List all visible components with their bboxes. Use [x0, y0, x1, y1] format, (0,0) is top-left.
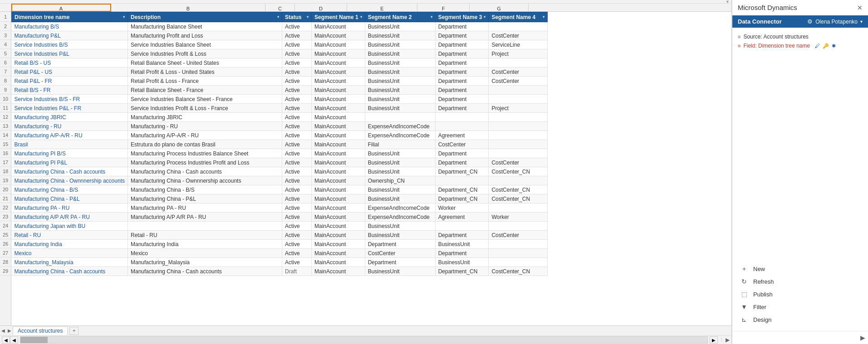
- cell-22-1[interactable]: Manufacturing PA - RU: [12, 203, 128, 213]
- col-header-segment-1[interactable]: Segment Name 1 ▾: [311, 12, 365, 22]
- cell-9-2[interactable]: Retail Balance Sheet - France: [128, 86, 282, 95]
- cell-27-1[interactable]: Mexico: [12, 249, 128, 258]
- cell-19-3[interactable]: Active: [282, 176, 311, 185]
- filter-arrow-D[interactable]: ▾: [360, 15, 362, 19]
- cell-28-5[interactable]: Department: [365, 258, 435, 267]
- cell-13-7[interactable]: [489, 122, 548, 131]
- table-row[interactable]: Manufacturing China - P&LManufacturing C…: [12, 194, 548, 203]
- cell-10-4[interactable]: MainAccount: [311, 95, 365, 104]
- cell-28-6[interactable]: BusinessUnit: [435, 258, 489, 267]
- cell-3-5[interactable]: BusinessUnit: [365, 31, 435, 40]
- cell-19-6[interactable]: [435, 176, 489, 185]
- field-asterisk-btn[interactable]: ✱: [831, 43, 836, 49]
- cell-13-5[interactable]: ExpenseAndIncomeCode: [365, 122, 435, 131]
- cell-9-4[interactable]: MainAccount: [311, 86, 365, 95]
- cell-15-6[interactable]: CostCenter: [435, 140, 489, 149]
- cell-19-4[interactable]: MainAccount: [311, 176, 365, 185]
- cell-21-1[interactable]: Manufacturing China - P&L: [12, 194, 128, 203]
- cell-17-6[interactable]: Department: [435, 158, 489, 167]
- table-row[interactable]: Manufacturing PI B/SManufacturing Proces…: [12, 149, 548, 158]
- cell-8-3[interactable]: Active: [282, 77, 311, 86]
- cell-23-7[interactable]: Worker: [489, 213, 548, 222]
- cell-22-4[interactable]: MainAccount: [311, 203, 365, 213]
- cell-18-3[interactable]: Active: [282, 167, 311, 176]
- cell-11-6[interactable]: Department: [435, 104, 489, 113]
- cell-23-5[interactable]: ExpenseAndIncomeCode: [365, 213, 435, 222]
- table-row[interactable]: Manufacturing A/P-A/R - RUManufacturing …: [12, 131, 548, 140]
- table-row[interactable]: Retail P&L - FRRetail Profit & Loss - Fr…: [12, 77, 548, 86]
- add-sheet-button[interactable]: +: [69, 327, 78, 335]
- cell-7-3[interactable]: Active: [282, 68, 311, 77]
- cell-14-1[interactable]: Manufacturing A/P-A/R - RU: [12, 131, 128, 140]
- cell-22-5[interactable]: ExpenseAndIncomeCode: [365, 203, 435, 213]
- col-header-F[interactable]: F: [417, 4, 470, 12]
- cell-19-7[interactable]: [489, 176, 548, 185]
- cell-14-7[interactable]: [489, 131, 548, 140]
- cell-23-3[interactable]: Active: [282, 213, 311, 222]
- filter-arrow-F[interactable]: ▾: [484, 15, 485, 19]
- panel-expand-right-btn[interactable]: ▶: [726, 337, 730, 343]
- cell-11-3[interactable]: Active: [282, 104, 311, 113]
- cell-2-3[interactable]: Active: [282, 22, 311, 31]
- cell-2-5[interactable]: BusinessUnit: [365, 22, 435, 31]
- cell-18-4[interactable]: MainAccount: [311, 167, 365, 176]
- cell-14-6[interactable]: Agreement: [435, 131, 489, 140]
- cell-8-2[interactable]: Retail Profit & Loss - France: [128, 77, 282, 86]
- cell-29-7[interactable]: CostCenter_CN: [489, 267, 548, 276]
- table-row[interactable]: Manufacturing JBRICManufacturing JBRICAc…: [12, 113, 548, 122]
- cell-6-1[interactable]: Retail B/S - US: [12, 58, 128, 68]
- cell-25-1[interactable]: Retail - RU: [12, 231, 128, 240]
- cell-3-3[interactable]: Active: [282, 31, 311, 40]
- cell-20-5[interactable]: BusinessUnit: [365, 185, 435, 194]
- cell-26-5[interactable]: Department: [365, 240, 435, 249]
- h-scrollbar[interactable]: [20, 336, 708, 344]
- table-row[interactable]: Manufacturing B/SManufacturing Balance S…: [12, 22, 548, 31]
- cell-24-3[interactable]: Active: [282, 222, 311, 231]
- cell-18-2[interactable]: Manufacturing China - Cash accounts: [128, 167, 282, 176]
- filter-arrow-B[interactable]: ▾: [277, 15, 279, 19]
- cell-20-6[interactable]: Department_CN: [435, 185, 489, 194]
- cell-21-2[interactable]: Manufacturing China - P&L: [128, 194, 282, 203]
- cell-12-1[interactable]: Manufacturing JBRIC: [12, 113, 128, 122]
- table-row[interactable]: MexicoMexicoActiveMainAccountCostCenterD…: [12, 249, 548, 258]
- action-item-new[interactable]: +New: [738, 263, 863, 275]
- cell-12-2[interactable]: Manufacturing JBRIC: [128, 113, 282, 122]
- field-key-btn[interactable]: 🔑: [822, 43, 829, 49]
- table-row[interactable]: Service Industries B/S - FRService Indus…: [12, 95, 548, 104]
- cell-28-3[interactable]: Active: [282, 258, 311, 267]
- cell-13-6[interactable]: [435, 122, 489, 131]
- col-header-C[interactable]: C: [265, 4, 295, 12]
- cell-20-4[interactable]: MainAccount: [311, 185, 365, 194]
- cell-21-6[interactable]: Department_CN: [435, 194, 489, 203]
- cell-5-3[interactable]: Active: [282, 49, 311, 58]
- cell-8-7[interactable]: CostCenter: [489, 77, 548, 86]
- col-header-description[interactable]: Description ▾: [128, 12, 282, 22]
- cell-28-1[interactable]: Manufacturing_Malaysia: [12, 258, 128, 267]
- cell-25-2[interactable]: Retail - RU: [128, 231, 282, 240]
- table-row[interactable]: Service Industries P&LService Industries…: [12, 49, 548, 58]
- cell-12-3[interactable]: Active: [282, 113, 311, 122]
- cell-24-6[interactable]: [435, 222, 489, 231]
- col-header-segment-3[interactable]: Segment Name 3 ▾: [435, 12, 489, 22]
- cell-6-3[interactable]: Active: [282, 58, 311, 68]
- cell-29-3[interactable]: Draft: [282, 267, 311, 276]
- cell-29-5[interactable]: BusinessUnit: [365, 267, 435, 276]
- cell-21-7[interactable]: CostCenter_CN: [489, 194, 548, 203]
- cell-22-7[interactable]: [489, 203, 548, 213]
- table-row[interactable]: Manufacturing PI P&LManufacturing Proces…: [12, 158, 548, 167]
- cell-4-5[interactable]: BusinessUnit: [365, 40, 435, 49]
- col-header-B[interactable]: B: [111, 4, 265, 12]
- cell-20-2[interactable]: Manufacturing China - B/S: [128, 185, 282, 194]
- cell-8-5[interactable]: BusinessUnit: [365, 77, 435, 86]
- action-item-publish[interactable]: ⬚Publish: [738, 288, 863, 300]
- cell-9-3[interactable]: Active: [282, 86, 311, 95]
- col-header-D[interactable]: D: [295, 4, 347, 12]
- col-header-E[interactable]: E: [347, 4, 417, 12]
- cell-12-4[interactable]: MainAccount: [311, 113, 365, 122]
- cell-23-1[interactable]: Manufacturing A/P A/R PA - RU: [12, 213, 128, 222]
- cell-16-6[interactable]: Department: [435, 149, 489, 158]
- table-row[interactable]: Manufacturing IndiaManufacturing IndiaAc…: [12, 240, 548, 249]
- cell-25-7[interactable]: CostCenter: [489, 231, 548, 240]
- panel-close-button[interactable]: ✕: [857, 4, 863, 11]
- cell-2-4[interactable]: MainAccount: [311, 22, 365, 31]
